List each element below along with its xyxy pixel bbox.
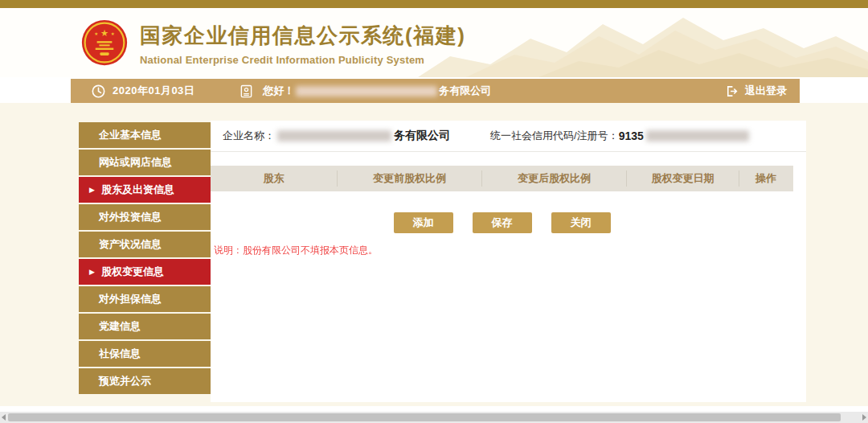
main-panel: 企业名称： 务有限公司 统一社会信用代码/注册号： 9135 股东变更前股权比例… — [211, 121, 806, 402]
clock-icon — [92, 84, 105, 98]
active-arrow-icon: ▶ — [89, 268, 95, 276]
active-arrow-icon: ▶ — [89, 186, 95, 194]
redacted-credit-code — [646, 130, 749, 142]
column-header: 股东 — [211, 170, 338, 187]
sidebar-item-label: 股权变更信息 — [101, 265, 164, 279]
sidebar-item[interactable]: ▶社保信息 — [79, 341, 211, 367]
column-header: 变更后股权比例 — [482, 170, 627, 187]
action-buttons: 添加 保存 关闭 — [211, 212, 793, 233]
column-header: 操作 — [739, 170, 792, 187]
sidebar-item[interactable]: ▶资产状况信息 — [79, 232, 211, 257]
national-emblem-logo: ★ ★ ★ — [80, 18, 129, 68]
scrollbar-thumb[interactable] — [8, 413, 841, 421]
user-badge-icon — [240, 84, 253, 98]
greeting-company-suffix: 务有限公司 — [439, 84, 491, 98]
sidebar-item-label: 资产状况信息 — [99, 237, 162, 252]
credit-code-group: 统一社会信用代码/注册号： 9135 — [490, 129, 751, 143]
redacted-company-name — [277, 130, 391, 142]
greeting: 您好！ 务有限公司 — [263, 84, 491, 98]
site-header: ★ ★ ★ 国家企业信用信息公示系统(福建) National Enterpri… — [0, 8, 868, 77]
session-bar: 2020年01月03日 您好！ 务有限公司 退出登录 — [71, 79, 800, 103]
sidebar: ▶企业基本信息▶网站或网店信息▶股东及出资信息▶对外投资信息▶资产状况信息▶股权… — [79, 122, 211, 396]
credit-code-label: 统一社会信用代码/注册号： — [490, 129, 619, 143]
column-header: 股权变更日期 — [627, 170, 739, 187]
sidebar-item-label: 预览并公示 — [99, 374, 151, 388]
page: ★ ★ ★ 国家企业信用信息公示系统(福建) National Enterpri… — [0, 0, 868, 423]
company-name-label: 企业名称： — [223, 129, 275, 143]
scroll-left-arrow-icon[interactable] — [2, 414, 6, 421]
sidebar-item-label: 党建信息 — [99, 319, 141, 334]
sidebar-item[interactable]: ▶预览并公示 — [79, 368, 211, 394]
sidebar-item-label: 社保信息 — [99, 347, 141, 361]
sidebar-item-label: 网站或网店信息 — [99, 155, 172, 170]
add-button[interactable]: 添加 — [394, 212, 453, 233]
top-accent-strip — [0, 0, 868, 8]
sidebar-item[interactable]: ▶对外担保信息 — [79, 286, 211, 312]
greeting-prefix: 您好！ — [263, 84, 294, 98]
instruction-note: 说明：股份有限公司不填报本页信息。 — [211, 244, 806, 257]
site-subtitle: National Enterprise Credit Information P… — [140, 54, 465, 66]
company-name-suffix: 务有限公司 — [394, 129, 450, 143]
horizontal-scrollbar[interactable] — [0, 412, 868, 423]
sidebar-item[interactable]: ▶党建信息 — [79, 314, 211, 339]
mountain-watermark — [418, 8, 868, 77]
svg-text:★: ★ — [94, 31, 98, 36]
site-title: 国家企业信用信息公示系统(福建) — [140, 22, 465, 50]
scroll-right-arrow-icon[interactable] — [862, 414, 866, 421]
logout-label: 退出登录 — [745, 84, 787, 98]
svg-text:★: ★ — [111, 31, 115, 36]
table-header: 股东变更前股权比例变更后股权比例股权变更日期操作 — [211, 166, 793, 191]
sidebar-item[interactable]: ▶企业基本信息 — [79, 122, 211, 148]
sidebar-item-label: 对外担保信息 — [99, 292, 162, 306]
sidebar-item[interactable]: ▶股权变更信息 — [79, 259, 211, 285]
svg-text:★: ★ — [100, 28, 108, 38]
save-button[interactable]: 保存 — [473, 212, 532, 233]
logout-button[interactable]: 退出登录 — [725, 84, 787, 98]
current-date: 2020年01月03日 — [113, 84, 194, 98]
sidebar-item[interactable]: ▶股东及出资信息 — [79, 177, 211, 203]
company-info-row: 企业名称： 务有限公司 统一社会信用代码/注册号： 9135 — [211, 121, 806, 152]
column-header: 变更前股权比例 — [338, 170, 482, 187]
redacted-company-name — [296, 86, 437, 97]
sidebar-item-label: 企业基本信息 — [99, 128, 162, 142]
sidebar-item-label: 对外投资信息 — [99, 210, 162, 224]
logout-icon — [725, 84, 739, 98]
sidebar-item[interactable]: ▶网站或网店信息 — [79, 150, 211, 175]
sidebar-item-label: 股东及出资信息 — [101, 183, 174, 197]
sidebar-item[interactable]: ▶对外投资信息 — [79, 204, 211, 230]
credit-code-prefix: 9135 — [619, 129, 644, 142]
close-button[interactable]: 关闭 — [551, 212, 611, 233]
